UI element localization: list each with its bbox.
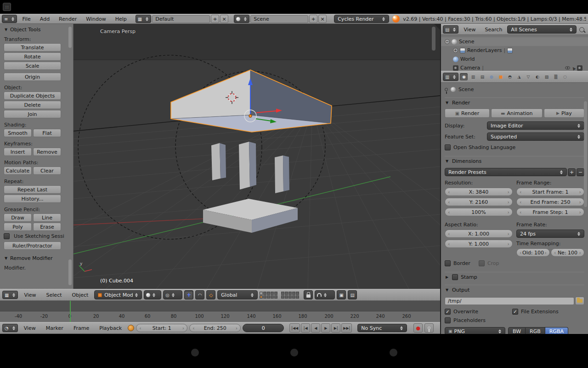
scene-browse-button[interactable] bbox=[234, 15, 249, 23]
flat-button[interactable]: Flat bbox=[33, 129, 61, 137]
viewport-3d-scene[interactable] bbox=[74, 24, 440, 289]
calculate-paths-button[interactable]: Calculate bbox=[4, 167, 32, 175]
outliner-menu-search[interactable]: Search bbox=[481, 24, 507, 34]
aspect-y-field[interactable]: Y: 1.000 bbox=[445, 240, 513, 248]
end-frame-field[interactable]: End: 250 bbox=[189, 324, 241, 332]
color-mode-bw-button[interactable]: BW bbox=[508, 327, 526, 334]
dimensions-panel-header[interactable]: ▼ Dimensions bbox=[445, 156, 584, 164]
texture-tab-icon[interactable]: ▨ bbox=[543, 73, 550, 80]
auto-keyframe-record-button[interactable]: ● bbox=[413, 323, 423, 333]
layer-toggle[interactable] bbox=[288, 292, 292, 295]
overwrite-checkbox[interactable]: ✓ bbox=[445, 309, 451, 315]
render-animation-button[interactable]: ▤ bbox=[348, 290, 357, 299]
constraints-tab-icon[interactable]: ◓ bbox=[506, 73, 514, 80]
pin-icon[interactable] bbox=[445, 88, 448, 91]
rotate-button[interactable]: Rotate bbox=[4, 52, 61, 61]
origin-button[interactable]: Origin bbox=[4, 73, 61, 81]
jump-next-keyframe-button[interactable]: ▶| bbox=[331, 323, 340, 333]
file-extensions-checkbox[interactable]: ✓ bbox=[512, 309, 518, 315]
stamp-panel-header[interactable]: ▶ Stamp bbox=[445, 272, 584, 280]
timeline-area[interactable]: -40 -20 0 20 40 60 80 100 120 140 160 18… bbox=[0, 301, 440, 322]
object-data-tab-icon[interactable]: ▽ bbox=[524, 73, 532, 80]
border-checkbox[interactable] bbox=[445, 260, 451, 266]
screen-layout-browse-button[interactable]: ▦ bbox=[136, 15, 151, 23]
render-panel-header[interactable]: ▼ Render bbox=[445, 98, 584, 106]
layer-toggle[interactable] bbox=[274, 292, 277, 295]
use-sketching-checkbox[interactable] bbox=[4, 233, 10, 239]
viewport-scrollbar[interactable] bbox=[432, 27, 435, 51]
pillar-object[interactable] bbox=[211, 143, 226, 180]
layers-grid-left[interactable] bbox=[260, 292, 277, 299]
window-icon[interactable]: ∷ bbox=[3, 3, 11, 11]
end-frame-field[interactable]: End Frame: 250 bbox=[516, 198, 584, 206]
remove-preset-button[interactable]: − bbox=[577, 168, 584, 176]
pivot-point-dropdown[interactable]: ◎ bbox=[163, 290, 182, 299]
object-tab-icon[interactable]: ■ bbox=[497, 73, 504, 80]
material-tab-icon[interactable]: ◐ bbox=[533, 73, 541, 80]
crop-checkbox[interactable] bbox=[479, 260, 485, 266]
viewport-3d[interactable]: Camera Persp y (0) Cube.004 bbox=[74, 24, 440, 289]
selectability-cursor-icon[interactable]: ▲ bbox=[571, 65, 576, 70]
join-button[interactable]: Join bbox=[4, 110, 61, 118]
clear-paths-button[interactable]: Clear bbox=[33, 167, 61, 175]
render-image-button[interactable]: ▣ Render bbox=[445, 109, 490, 118]
lock-to-scene-button[interactable] bbox=[304, 290, 313, 299]
physics-tab-icon[interactable]: ◌ bbox=[561, 73, 569, 80]
placeholders-checkbox[interactable] bbox=[445, 317, 451, 323]
viewport-menu-view[interactable]: View bbox=[20, 289, 40, 300]
outliner-item-scene[interactable]: − Scene bbox=[441, 37, 588, 46]
layer-toggle[interactable] bbox=[274, 295, 277, 299]
translate-button[interactable]: Translate bbox=[4, 43, 61, 52]
timeline-menu-frame[interactable]: Frame bbox=[69, 322, 93, 334]
close-screen-layout-button[interactable]: × bbox=[220, 15, 228, 23]
outliner-editor-type-button[interactable]: ▤ bbox=[443, 25, 458, 34]
properties-scrollbar[interactable] bbox=[584, 101, 587, 207]
outliner-filter-dropdown[interactable]: All Scenes bbox=[507, 25, 577, 34]
resolution-x-field[interactable]: X: 3840 bbox=[445, 188, 513, 196]
render-animation-button[interactable]: ▬ Animation bbox=[491, 109, 543, 118]
toolshelf-scrollbar[interactable] bbox=[68, 259, 72, 285]
properties-editor-type-button[interactable]: ▥ bbox=[443, 73, 458, 81]
layer-toggle[interactable] bbox=[292, 292, 295, 295]
renderlayer-restrict-icon[interactable] bbox=[507, 48, 513, 53]
play-rendered-button[interactable]: ▶ Play bbox=[544, 109, 584, 118]
collapse-icon[interactable]: − bbox=[445, 39, 450, 44]
screen-layout-name-field[interactable]: Default bbox=[152, 15, 210, 23]
layer-toggle[interactable] bbox=[267, 295, 270, 299]
output-path-field[interactable]: /tmp/ bbox=[445, 297, 574, 305]
layer-toggle[interactable] bbox=[263, 295, 266, 299]
menu-add[interactable]: Add bbox=[36, 14, 54, 23]
transform-orientation-dropdown[interactable]: Global bbox=[217, 290, 258, 299]
scene-name-field[interactable]: Scene bbox=[250, 15, 308, 23]
mode-dropdown[interactable]: Object Mode bbox=[94, 290, 142, 299]
grease-line-button[interactable]: Line bbox=[33, 213, 61, 222]
menu-help[interactable]: Help bbox=[111, 14, 131, 23]
outliner-menu-view[interactable]: View bbox=[459, 24, 480, 34]
snap-dropdown[interactable] bbox=[315, 290, 335, 299]
stamp-checkbox[interactable] bbox=[452, 274, 458, 280]
grease-draw-button[interactable]: Draw bbox=[4, 213, 32, 222]
duplicate-objects-button[interactable]: Duplicate Objects bbox=[4, 92, 61, 100]
insert-keyframe-button[interactable]: Insert bbox=[4, 148, 32, 156]
keying-set-button[interactable] bbox=[424, 323, 434, 333]
grease-erase-button[interactable]: Erase bbox=[33, 223, 61, 231]
toolshelf-scrollbar[interactable] bbox=[68, 27, 72, 48]
pillar-object[interactable] bbox=[275, 155, 289, 193]
search-icon[interactable] bbox=[579, 27, 584, 32]
layer-toggle[interactable] bbox=[271, 295, 274, 299]
display-dropdown[interactable]: Image Editor bbox=[487, 121, 584, 130]
outliner-item-camera[interactable]: Camera | ▲ bbox=[441, 63, 588, 71]
resolution-y-field[interactable]: Y: 2160 bbox=[445, 198, 513, 206]
output-panel-header[interactable]: ▼ Output bbox=[445, 285, 584, 293]
current-frame-marker[interactable] bbox=[70, 301, 71, 322]
file-format-dropdown[interactable]: ▣ PNG bbox=[445, 327, 505, 334]
renderability-camera-icon[interactable] bbox=[577, 65, 582, 71]
modifiers-tab-icon[interactable]: ◮ bbox=[515, 73, 523, 80]
color-mode-rgb-button[interactable]: RGB bbox=[526, 327, 545, 334]
play-reverse-button[interactable]: ◀ bbox=[311, 323, 320, 333]
timeline-menu-playback[interactable]: Playback bbox=[95, 322, 126, 334]
start-frame-field[interactable]: Start Frame: 1 bbox=[516, 188, 584, 196]
layer-toggle[interactable] bbox=[271, 292, 274, 295]
info-editor-type-button[interactable]: ≡ bbox=[2, 15, 17, 23]
timeline-editor-type-button[interactable]: ◔ bbox=[2, 324, 18, 332]
